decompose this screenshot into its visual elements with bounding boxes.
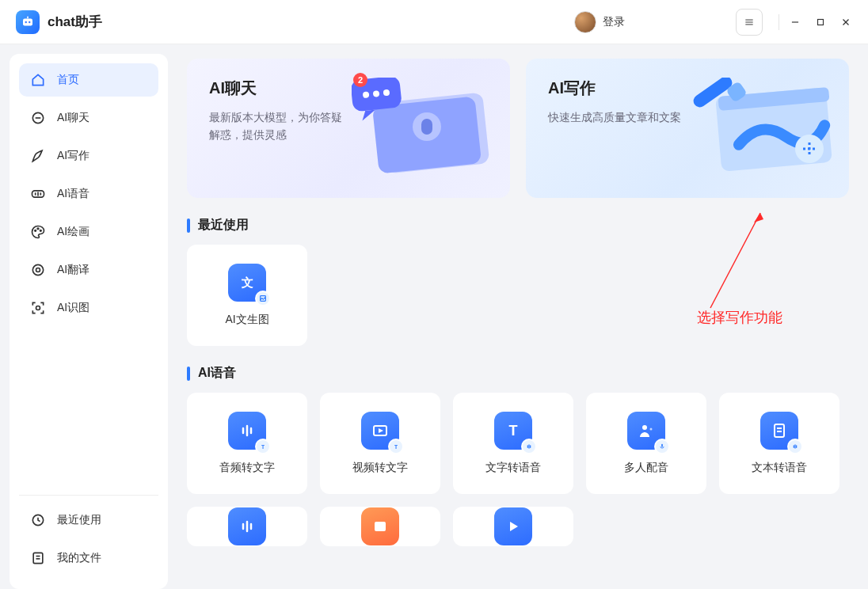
svg-rect-30 [421, 119, 432, 135]
svg-point-18 [37, 228, 39, 230]
hero-ai-write[interactable]: AI写作 快速生成高质量文章和文案 [526, 59, 849, 198]
hero-desc: 最新版本大模型，为你答疑解惑，提供灵感 [209, 108, 344, 144]
sidebar-footer-recent[interactable]: 最近使用 [19, 504, 158, 537]
sidebar-item-write[interactable]: AI写作 [19, 139, 158, 173]
svg-point-55 [642, 425, 647, 430]
audio-corner-icon [787, 439, 803, 454]
sidebar-footer-files[interactable]: 我的文件 [19, 542, 158, 575]
card-label: 视频转文字 [352, 461, 408, 475]
card-partial-2[interactable] [320, 507, 440, 546]
svg-text:T: T [394, 444, 398, 450]
sidebar-item-label: AI写作 [57, 149, 89, 163]
waveform-icon: T [228, 412, 266, 450]
minimize-button[interactable] [782, 10, 808, 35]
svg-point-17 [35, 230, 36, 232]
sidebar: 首页 AI聊天 AI写作 AI语音 AI绘画 AI翻译 AI识图 [10, 54, 168, 589]
card-partial-3[interactable] [453, 507, 573, 546]
notification-badge: 2 [353, 73, 367, 87]
svg-point-2 [29, 21, 30, 22]
svg-point-22 [36, 306, 40, 310]
hero-ai-chat[interactable]: AI聊天 最新版本大模型，为你答疑解惑，提供灵感 2 [187, 59, 510, 198]
sidebar-item-vision[interactable]: AI识图 [19, 291, 158, 325]
chat-icon [30, 110, 46, 126]
sidebar-item-label: 最近使用 [57, 513, 101, 527]
svg-rect-67 [375, 522, 386, 531]
maximize-button[interactable] [808, 10, 833, 35]
palette-icon [30, 224, 46, 240]
card-multi-voice[interactable]: 多人配音 [586, 393, 706, 494]
svg-point-56 [650, 428, 653, 431]
home-icon [30, 72, 46, 88]
history-icon [30, 512, 46, 528]
app-name: chat助手 [48, 13, 102, 31]
text-icon: T [494, 412, 532, 450]
sidebar-item-voice[interactable]: AI语音 [19, 177, 158, 211]
sidebar-item-label: AI翻译 [57, 263, 89, 277]
scan-icon [30, 300, 46, 316]
translate-icon [30, 262, 46, 278]
avatar[interactable] [574, 11, 596, 33]
sidebar-item-translate[interactable]: AI翻译 [19, 253, 158, 287]
svg-rect-0 [23, 18, 32, 25]
image-corner-icon [255, 291, 271, 306]
card-partial-1[interactable] [187, 507, 307, 546]
sidebar-item-label: AI聊天 [57, 111, 89, 125]
card-label: 多人配音 [624, 461, 668, 475]
svg-rect-3 [27, 16, 29, 18]
audio-icon [30, 186, 46, 202]
doc-icon [760, 412, 798, 450]
sidebar-item-label: AI识图 [57, 301, 89, 315]
sidebar-item-chat[interactable]: AI聊天 [19, 101, 158, 135]
svg-point-21 [36, 268, 40, 272]
card-label: 文字转语音 [485, 461, 541, 475]
titlebar: chat助手 登录 [0, 0, 868, 44]
text-corner-icon: T [255, 439, 271, 454]
sidebar-item-paint[interactable]: AI绘画 [19, 215, 158, 249]
menu-button[interactable] [736, 9, 763, 36]
card-text-to-speech[interactable]: T 文字转语音 [453, 393, 573, 494]
video-icon: T [361, 412, 399, 450]
card-label: AI文生图 [225, 313, 268, 327]
sidebar-item-label: AI语音 [57, 187, 89, 201]
text2image-icon: 文 [228, 264, 266, 302]
svg-marker-49 [379, 428, 383, 433]
svg-point-1 [25, 21, 27, 22]
svg-point-19 [40, 230, 42, 232]
card-audio-to-text[interactable]: T 音频转文字 [187, 393, 307, 494]
text-corner-icon: T [388, 439, 404, 454]
svg-text:文: 文 [241, 276, 253, 289]
card-label: 文本转语音 [752, 461, 807, 475]
sidebar-item-label: AI绘画 [57, 225, 89, 239]
card-ai-text2image[interactable]: 文 AI文生图 [187, 245, 307, 346]
section-recent-title: 最近使用 [187, 217, 849, 234]
partial-icon [361, 507, 399, 545]
sidebar-item-label: 首页 [57, 73, 79, 87]
audio-corner-icon [521, 439, 537, 454]
file-icon [30, 550, 46, 566]
svg-rect-57 [661, 444, 663, 447]
hero-desc: 快速生成高质量文章和文案 [548, 108, 683, 126]
sidebar-item-label: 我的文件 [57, 551, 101, 565]
app-logo [16, 10, 40, 34]
card-label: 音频转文字 [219, 461, 275, 475]
svg-text:T: T [261, 444, 265, 450]
close-button[interactable] [833, 10, 858, 35]
mic-corner-icon [654, 439, 670, 454]
card-text-to-voice[interactable]: 文本转语音 [719, 393, 839, 494]
card-video-to-text[interactable]: T 视频转文字 [320, 393, 440, 494]
section-voice-title: AI语音 [187, 365, 849, 382]
svg-text:T: T [509, 423, 518, 439]
sidebar-item-home[interactable]: 首页 [19, 63, 158, 97]
people-icon [627, 412, 665, 450]
svg-marker-68 [510, 522, 518, 531]
svg-rect-8 [818, 19, 824, 25]
login-button[interactable]: 登录 [603, 15, 625, 29]
partial-icon [494, 507, 532, 545]
partial-icon [228, 507, 266, 545]
hero-chat-art: 2 [352, 78, 502, 180]
main-content: AI聊天 最新版本大模型，为你答疑解惑，提供灵感 2 [168, 44, 868, 589]
svg-point-20 [32, 264, 43, 275]
pen-icon [30, 148, 46, 164]
hero-write-art [691, 78, 841, 180]
